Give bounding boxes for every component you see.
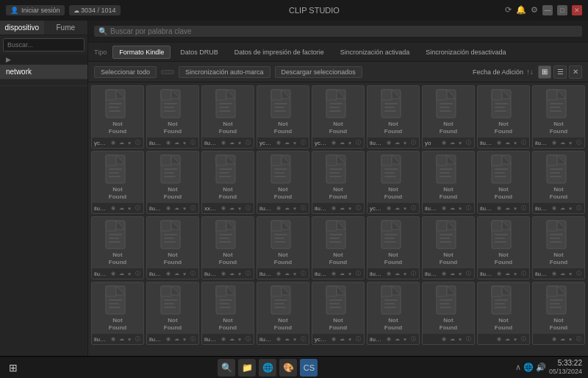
cloud-upload-icon[interactable]: ☁ [118,335,125,343]
tray-volume-icon[interactable]: 🔊 [536,363,546,372]
grid-item[interactable]: NotFound ilustración14 ◉ ☁ ♥ ⓘ [146,282,199,345]
info-icon[interactable]: ⓘ [189,335,196,343]
settings-icon[interactable]: ⚙ [531,5,538,15]
info-icon[interactable]: ⓘ [189,270,196,277]
cloud-upload-icon[interactable]: ☁ [338,204,345,212]
cloud-upload-icon[interactable]: ☁ [338,335,345,343]
select-all-button[interactable]: Seleccionar todo [94,66,157,78]
toggle-icon[interactable]: ◉ [220,139,227,146]
grid-item[interactable]: NotFound ilustración4 ◉ ☁ ♥ ⓘ [201,85,254,149]
toggle-icon[interactable]: ◉ [275,270,282,277]
info-icon[interactable]: ⓘ [189,139,196,146]
heart-icon[interactable]: ♥ [181,139,188,146]
cloud-upload-icon[interactable]: ☁ [118,204,125,212]
cloud-upload-icon[interactable]: ☁ [173,204,180,212]
heart-icon[interactable]: ♥ [236,335,243,343]
info-icon[interactable]: ⓘ [575,204,582,212]
heart-icon[interactable]: ♥ [291,139,298,146]
filter-tab-print[interactable]: Datos de impresión de factorie [228,46,331,59]
info-icon[interactable]: ⓘ [354,270,362,277]
filter-tab-sync-active[interactable]: Sincronización activada [334,46,417,59]
cloud-upload-icon[interactable]: ☁ [283,204,290,212]
toggle-icon[interactable]: ◉ [330,335,337,343]
info-icon[interactable]: ⓘ [244,204,251,212]
cloud-upload-icon[interactable]: ☁ [228,139,235,146]
grid-item[interactable]: NotFound ychde cliente ◉ ☁ ♥ ⓘ [367,151,420,214]
toggle-icon[interactable]: ◉ [495,139,503,146]
cloud-upload-icon[interactable]: ☁ [173,270,180,277]
heart-icon[interactable]: ♥ [456,270,464,277]
info-icon[interactable]: ⓘ [134,139,141,146]
toggle-icon[interactable]: ◉ [330,139,337,146]
taskbar-files-app[interactable]: 📁 [238,359,256,377]
info-icon[interactable]: ⓘ [409,139,417,146]
grid-item[interactable]: NotFound ◉ ☁ ♥ ⓘ [477,282,530,345]
toggle-icon[interactable]: ◉ [275,204,282,212]
cloud-upload-icon[interactable]: ☁ [283,335,290,343]
grid-item[interactable]: NotFound ilustración7 ◉ ☁ ♥ ⓘ [367,85,420,149]
info-icon[interactable]: ⓘ [134,335,141,343]
heart-icon[interactable]: ♥ [512,139,519,146]
tray-network-icon[interactable]: 🌐 [523,363,534,372]
cloud-upload-icon[interactable]: ☁ [283,270,290,277]
sidebar-search-input[interactable] [3,38,85,51]
heart-icon[interactable]: ♥ [181,335,188,343]
heart-icon[interactable]: ♥ [401,204,409,212]
info-icon[interactable]: ⓘ [465,270,472,277]
taskbar-art-app[interactable]: 🎨 [279,359,297,377]
heart-icon[interactable]: ♥ [401,270,409,277]
toggle-icon[interactable]: ◉ [110,270,117,277]
grid-item[interactable]: NotFound ilustración1 ◉ ☁ ♥ ⓘ [532,85,585,149]
toggle-icon[interactable]: ◉ [220,204,227,212]
toggle-icon[interactable]: ◉ [551,335,558,343]
toggle-icon[interactable]: ◉ [440,335,448,343]
filter-tab-drub[interactable]: Datos DRUB [173,46,225,59]
info-icon[interactable]: ⓘ [134,270,141,277]
info-icon[interactable]: ⓘ [575,139,582,146]
info-icon[interactable]: ⓘ [465,204,472,212]
grid-item[interactable]: NotFound ilustración13 ◉ ☁ ♥ ⓘ [146,85,199,149]
cloud-upload-icon[interactable]: ☁ [559,270,566,277]
info-icon[interactable]: ⓘ [244,270,251,277]
filter-tab-sync-disabled[interactable]: Sincronización desactivada [419,46,512,59]
info-icon[interactable]: ⓘ [299,204,306,212]
toggle-icon[interactable]: ◉ [165,335,172,343]
toggle-icon[interactable]: ◉ [330,270,337,277]
heart-icon[interactable]: ♥ [126,335,133,343]
toggle-icon[interactable]: ◉ [275,335,282,343]
cloud-upload-icon[interactable]: ☁ [393,335,401,343]
toggle-icon[interactable]: ◉ [495,270,503,277]
grid-item[interactable]: NotFound ilustración12 ◉ ☁ ♥ ⓘ [477,151,530,214]
start-button[interactable]: ⊞ [6,360,21,375]
info-icon[interactable]: ⓘ [134,204,141,212]
cloud-upload-icon[interactable]: ☁ [559,139,566,146]
grid-item[interactable]: NotFound ilustración15 ◉ ☁ ♥ ⓘ [91,282,144,345]
toggle-icon[interactable]: ◉ [440,270,448,277]
toggle-icon[interactable]: ◉ [110,204,117,212]
user-info[interactable]: 👤 Iniciar sesión [6,5,65,15]
heart-icon[interactable]: ♥ [512,270,519,277]
grid-item[interactable]: NotFound ilustración11 ◉ ☁ ♥ ⓘ [201,216,254,279]
toggle-icon[interactable]: ◉ [440,139,448,146]
cloud-upload-icon[interactable]: ☁ [448,335,456,343]
cloud-upload-icon[interactable]: ☁ [448,204,456,212]
toggle-icon[interactable]: ◉ [165,204,172,212]
grid-item[interactable]: NotFound ilustración10 ◉ ☁ ♥ ⓘ [201,282,254,345]
close-view-button[interactable]: ✕ [569,65,582,79]
refresh-icon[interactable]: ⟳ [505,5,512,15]
info-icon[interactable]: ⓘ [520,335,527,343]
heart-icon[interactable]: ♥ [346,335,354,343]
download-selected-button[interactable]: Descargar seleccionados [275,66,362,78]
cloud-upload-icon[interactable]: ☁ [338,139,345,146]
sidebar-tab-fume[interactable]: Fume [44,21,88,35]
grid-item[interactable]: NotFound ilustración7 ◉ ☁ ♥ ⓘ [312,151,365,214]
cloud-upload-icon[interactable]: ☁ [503,204,511,212]
toggle-icon[interactable]: ◉ [385,204,392,212]
toggle-icon[interactable]: ◉ [110,335,117,343]
toggle-icon[interactable]: ◉ [495,335,503,343]
grid-item[interactable]: NotFound ilustración12 ◉ ☁ ♥ ⓘ [367,216,420,279]
grid-item[interactable]: NotFound ilustración23 ◉ ☁ ♥ ⓘ [312,216,365,279]
heart-icon[interactable]: ♥ [126,204,133,212]
cloud-upload-icon[interactable]: ☁ [228,335,235,343]
cloud-upload-icon[interactable]: ☁ [118,139,125,146]
